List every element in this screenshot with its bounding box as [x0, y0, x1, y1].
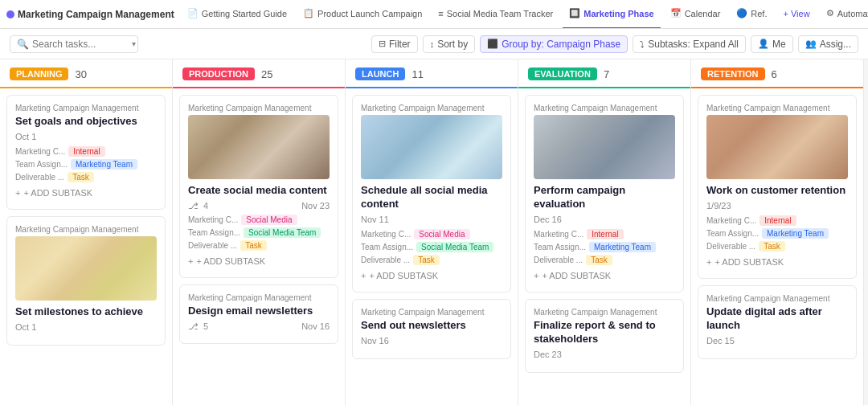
card-project-l2: Marketing Campaign Management [361, 308, 502, 317]
card-l1[interactable]: Marketing Campaign Management Schedule a… [352, 95, 511, 292]
top-nav: Marketing Campaign Management 📄 Getting … [0, 0, 868, 29]
meta-label2-l1: Team Assign... [361, 243, 413, 252]
subtasks-button[interactable]: ⤵ Subtasks: Expand All [633, 35, 746, 53]
card-title-p1: Set goals and objectives [15, 115, 157, 129]
card-project-pr2: Marketing Campaign Management [188, 293, 330, 302]
tag-tag-task-r1: Task [759, 241, 785, 252]
tag-tag-internal-e1: Internal [587, 229, 623, 239]
col-body-production: Marketing Campaign Management Create soc… [173, 88, 345, 405]
doc-icon: 📄 [187, 8, 199, 18]
meta-row1-e1: Marketing C... Internal [534, 229, 675, 239]
meta-label1-r1: Marketing C... [706, 216, 756, 225]
tab-product-launch[interactable]: 📋 Product Launch Campaign [297, 0, 428, 29]
subtask-icon: ⎇ [188, 321, 199, 332]
search-input[interactable] [32, 39, 129, 50]
add-subtask-btn-p1[interactable]: + + ADD SUBTASK [15, 185, 157, 201]
card-project-e1: Marketing Campaign Management [534, 104, 675, 112]
me-button[interactable]: 👤 Me [751, 35, 793, 53]
col-body-planning: Marketing Campaign Management Set goals … [0, 88, 172, 405]
tag-tag-social-media-l1: Social Media [414, 229, 469, 239]
tag-tag-task-pr1: Task [240, 240, 267, 251]
card-date-r1: 1/9/23 [706, 201, 848, 211]
card-e1[interactable]: Marketing Campaign Management Perform ca… [525, 95, 684, 292]
tab-ref[interactable]: 🔵 Ref. [730, 0, 773, 29]
tag-tag-internal-p1: Internal [68, 146, 104, 157]
column-launch: LAUNCH 11 Marketing Campaign Management … [346, 59, 518, 405]
meta-row2-e1: Team Assign... Marketing Team [534, 242, 675, 252]
tab-automations[interactable]: ⚙ Automati... [820, 0, 868, 29]
card-date-l1: Nov 11 [361, 215, 502, 224]
col-badge-retention: RETENTION [701, 68, 765, 80]
toolbar: 🔍 ▾ ⊟ Filter ↕ Sort by ⬛ Group by: Campa… [0, 29, 868, 59]
tag-tag-social-media-pr1: Social Media [241, 215, 297, 225]
subtasks-icon: ⤵ [640, 39, 645, 49]
col-header-production: PRODUCTION 25 [173, 59, 345, 88]
automations-icon: ⚙ [826, 8, 834, 18]
col-body-retention: Marketing Campaign Management Work on cu… [691, 88, 863, 405]
plus-icon: + [706, 257, 711, 267]
card-r2[interactable]: Marketing Campaign Management Update dig… [698, 285, 857, 359]
add-subtask-btn-r1[interactable]: + + ADD SUBTASK [706, 254, 848, 270]
card-pr2[interactable]: Marketing Campaign Management Design ema… [179, 284, 338, 344]
tag-tag-marketing-team-p1: Marketing Team [71, 159, 137, 170]
meta-label3-e1: Deliverable ... [534, 256, 583, 264]
group-button[interactable]: ⬛ Group by: Campaign Phase [480, 35, 628, 53]
col-count-production: 25 [261, 68, 272, 80]
column-retention: RETENTION 6 Marketing Campaign Managemen… [691, 59, 864, 405]
card-e2[interactable]: Marketing Campaign Management Finalize r… [525, 299, 684, 373]
meta-row3-e1: Deliverable ... Task [534, 255, 675, 265]
column-evaluation: EVALUATION 7 Marketing Campaign Manageme… [518, 59, 691, 405]
card-title-r1: Work on customer retention [706, 184, 848, 198]
plus-icon: + [15, 188, 20, 198]
card-p1[interactable]: Marketing Campaign Management Set goals … [6, 95, 166, 210]
card-title-e1: Perform campaign evaluation [534, 184, 675, 211]
card-l2[interactable]: Marketing Campaign Management Send out n… [352, 299, 511, 359]
tab-getting-started[interactable]: 📄 Getting Started Guide [181, 0, 293, 29]
column-production: PRODUCTION 25 Marketing Campaign Managem… [173, 59, 346, 405]
tab-social-media-tracker[interactable]: ≡ Social Media Team Tracker [432, 0, 559, 29]
col-count-evaluation: 7 [604, 68, 609, 80]
col-count-retention: 6 [772, 68, 777, 80]
col-badge-production: PRODUCTION [182, 68, 255, 80]
tab-calendar[interactable]: 📅 Calendar [664, 0, 727, 29]
col-count-launch: 11 [411, 68, 423, 80]
meta-label3-p1: Deliverable ... [15, 173, 64, 182]
card-project-r1: Marketing Campaign Management [706, 104, 848, 112]
toolbar-actions: ⊟ Filter ↕ Sort by ⬛ Group by: Campaign … [371, 35, 858, 53]
assignee-button[interactable]: 👥 Assig... [798, 35, 858, 53]
search-box[interactable]: 🔍 ▾ [10, 35, 138, 53]
add-subtask-btn-pr1[interactable]: + + ADD SUBTASK [188, 253, 330, 269]
card-title-pr2: Design email newsletters [188, 305, 330, 318]
tag-tag-social-media-team-l1: Social Media Team [416, 242, 493, 252]
tab-view-add[interactable]: + View [777, 0, 817, 29]
ref-icon: 🔵 [736, 8, 747, 18]
card-date-e2: Dec 23 [534, 350, 675, 359]
tag-tag-internal-r1: Internal [760, 215, 796, 226]
card-title-p2: Set milestones to achieve [15, 305, 157, 319]
card-date-l2: Nov 16 [361, 336, 502, 346]
add-subtask-btn-l1[interactable]: + + ADD SUBTASK [361, 268, 502, 284]
meta-row3-pr1: Deliverable ... Task [188, 240, 330, 251]
sort-button[interactable]: ↕ Sort by [423, 35, 476, 53]
subtask-num: 4 [203, 201, 208, 211]
card-r1[interactable]: Marketing Campaign Management Work on cu… [698, 95, 857, 279]
meta-row1-pr1: Marketing C... Social Media [188, 215, 330, 225]
meta-label1-pr1: Marketing C... [188, 215, 238, 224]
card-p2[interactable]: Marketing Campaign Management Set milest… [6, 216, 166, 346]
col-header-launch: LAUNCH 11 [346, 59, 518, 88]
meta-row3-p1: Deliverable ... Task [15, 172, 157, 182]
app-logo: Marketing Campaign Management [6, 9, 174, 20]
meta-label1-l1: Marketing C... [361, 230, 411, 239]
tab-marketing-phase[interactable]: 🔲 Marketing Phase [563, 0, 660, 29]
card-image-e1 [534, 115, 675, 179]
column-planning: PLANNING 30 Marketing Campaign Managemen… [0, 59, 173, 405]
subtask-icon: ⎇ [188, 201, 199, 211]
add-subtask-btn-e1[interactable]: + + ADD SUBTASK [534, 268, 675, 284]
card-pr1[interactable]: Marketing Campaign Management Create soc… [179, 95, 338, 278]
subtask-count-pr1: ⎇ 4 Nov 23 [188, 201, 330, 211]
meta-label3-pr1: Deliverable ... [188, 241, 237, 250]
meta-label2-e1: Team Assign... [534, 243, 586, 252]
card-image-p2 [15, 236, 157, 301]
meta-row3-l1: Deliverable ... Task [361, 255, 502, 265]
filter-button[interactable]: ⊟ Filter [371, 35, 418, 53]
